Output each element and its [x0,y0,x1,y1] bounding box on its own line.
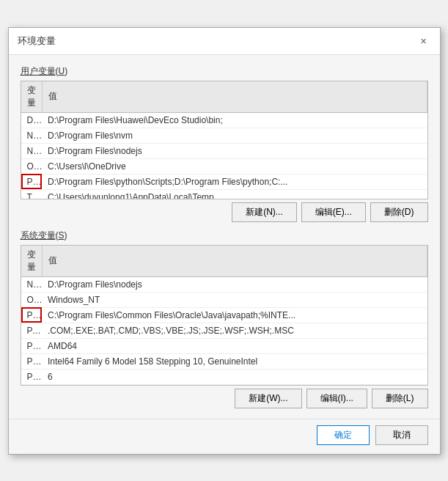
sys-col-val: 值 [42,246,427,277]
sys-var-row[interactable]: NVM_SYMLINKD:\Program Files\nodejs [21,276,427,292]
user-var-row[interactable]: NVM_SYMLINKD:\Program Files\nodejs [21,143,427,158]
sys-var-name: PROCESSOR_ARCHITECT... [21,338,43,353]
user-var-row[interactable]: NVM_HOMED:\Program Files\nvm [21,128,427,143]
sys-var-row[interactable]: PROCESSOR_LEVEL6 [21,369,427,384]
user-vars-section: 用户变量(U) 变量 值 DevEco StudioD:\Program Fil… [21,65,428,222]
title-bar: 环境变量 × [9,28,440,55]
sys-var-value: Windows_NT [42,292,427,307]
sys-var-value: Intel64 Family 6 Model 158 Stepping 10, … [42,353,427,369]
sys-var-value: AMD64 [42,338,427,353]
sys-var-value: .COM;.EXE;.BAT;.CMD;.VBS;.VBE;.JS;.JSE;.… [42,323,427,338]
user-var-value: C:\Users\l\OneDrive [42,158,427,174]
sys-var-value: D:\Program Files\nodejs [42,276,427,292]
user-var-name: DevEco Studio [21,112,43,128]
edit-sys-button[interactable]: 编辑(I)... [306,389,367,408]
user-var-name: NVM_SYMLINK [21,143,43,158]
sys-col-var: 变量 [21,246,43,277]
close-button[interactable]: × [416,34,431,48]
user-var-value: D:\Program Files\nodejs [42,143,427,158]
cancel-button[interactable]: 取消 [375,425,428,445]
new-sys-button[interactable]: 新建(W)... [235,389,301,408]
sys-var-name: PATHEXT [21,323,43,338]
sys-var-name: OS [21,292,43,307]
sys-var-row[interactable]: PathC:\Program Files\Common Files\Oracle… [21,307,427,323]
user-col-var: 变量 [21,81,43,113]
new-user-button[interactable]: 新建(N)... [232,202,297,222]
sys-var-name: PROCESSOR_IDENTIFIER [21,353,43,369]
user-var-name: NVM_HOME [21,128,43,143]
dialog-title: 环境变量 [18,34,56,48]
user-var-row[interactable]: DevEco StudioD:\Program Files\Huawei\Dev… [21,112,427,128]
user-var-name: OneDrive [21,158,43,174]
user-col-val: 值 [42,81,427,113]
user-vars-buttons: 新建(N)... 编辑(E)... 删除(D) [21,202,428,222]
sys-var-row[interactable]: OSWindows_NT [21,292,427,307]
sys-var-name: NVM_SYMLINK [21,276,43,292]
delete-sys-button[interactable]: 删除(L) [372,389,428,408]
user-var-row[interactable]: OneDriveC:\Users\l\OneDrive [21,158,427,174]
sys-var-row[interactable]: PROCESSOR_IDENTIFIERIntel64 Family 6 Mod… [21,353,427,369]
edit-user-button[interactable]: 编辑(E)... [301,202,366,222]
user-var-value: D:\Program Files\Huawei\DevEco Studio\bi… [42,112,427,128]
user-var-name: TEMP [21,189,43,199]
footer: 确定 取消 [9,419,440,454]
user-vars-label: 用户变量(U) [21,65,428,78]
ok-button[interactable]: 确定 [317,425,370,445]
sys-vars-section: 系统变量(S) 变量 值 NVM_SYMLINKD:\Program Files… [21,230,428,408]
dialog-body: 用户变量(U) 变量 值 DevEco StudioD:\Program Fil… [9,55,440,419]
user-var-value: D:\Program Files\nvm [42,128,427,143]
sys-vars-table: 变量 值 NVM_SYMLINKD:\Program Files\nodejsO… [21,246,427,385]
sys-var-name: Path [21,307,43,323]
user-var-row[interactable]: TEMPC:\Users\duyunlong1\AppData\Local\Te… [21,189,427,199]
user-var-row[interactable]: PathD:\Program Files\python\Scripts;D:\P… [21,174,427,189]
user-var-name: Path [21,174,43,189]
sys-var-value: 6 [42,369,427,384]
user-vars-table: 变量 值 DevEco StudioD:\Program Files\Huawe… [21,81,427,199]
sys-vars-buttons: 新建(W)... 编辑(I)... 删除(L) [21,389,428,408]
sys-var-name: PROCESSOR_LEVEL [21,369,43,384]
sys-vars-table-container: 变量 值 NVM_SYMLINKD:\Program Files\nodejsO… [21,245,428,386]
user-vars-table-container: 变量 值 DevEco StudioD:\Program Files\Huawe… [21,81,428,199]
user-vars-scroll[interactable]: 变量 值 DevEco StudioD:\Program Files\Huawe… [21,81,427,199]
user-var-value: C:\Users\duyunlong1\AppData\Local\Temp [42,189,427,199]
sys-vars-scroll[interactable]: 变量 值 NVM_SYMLINKD:\Program Files\nodejsO… [21,246,427,385]
delete-user-button[interactable]: 删除(D) [370,202,428,222]
sys-var-row[interactable]: PATHEXT.COM;.EXE;.BAT;.CMD;.VBS;.VBE;.JS… [21,323,427,338]
sys-vars-label: 系统变量(S) [21,230,428,242]
user-var-value: D:\Program Files\python\Scripts;D:\Progr… [42,174,427,189]
sys-var-row[interactable]: PROCESSOR_ARCHITECT...AMD64 [21,338,427,353]
env-vars-dialog: 环境变量 × 用户变量(U) 变量 值 [8,27,441,455]
sys-var-value: C:\Program Files\Common Files\Oracle\Jav… [42,307,427,323]
